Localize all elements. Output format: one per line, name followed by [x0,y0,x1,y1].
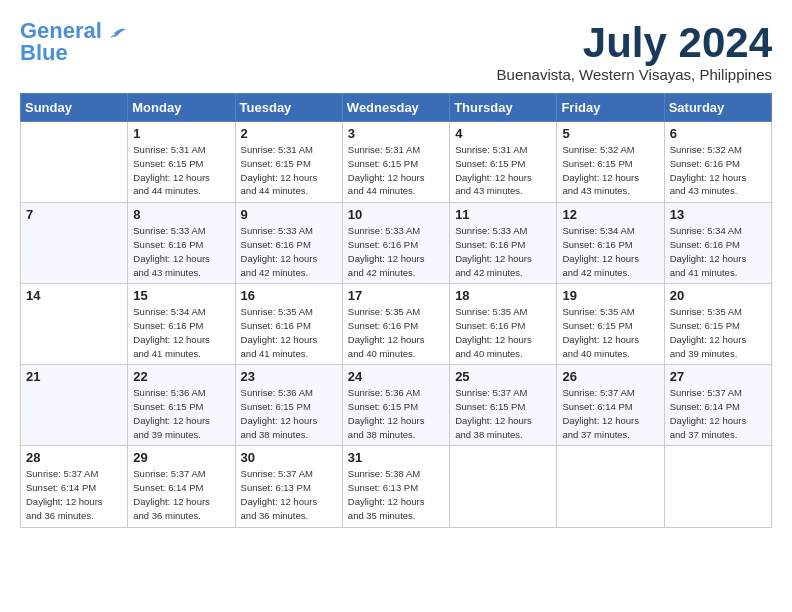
calendar-cell: 1Sunrise: 5:31 AM Sunset: 6:15 PM Daylig… [128,122,235,203]
day-number: 30 [241,450,337,465]
day-number: 14 [26,288,122,303]
logo-text: GeneralBlue [20,20,102,64]
weekday-header-tuesday: Tuesday [235,94,342,122]
calendar-cell: 22Sunrise: 5:36 AM Sunset: 6:15 PM Dayli… [128,365,235,446]
day-info: Sunrise: 5:37 AM Sunset: 6:15 PM Dayligh… [455,386,551,441]
day-info: Sunrise: 5:32 AM Sunset: 6:16 PM Dayligh… [670,143,766,198]
day-info: Sunrise: 5:33 AM Sunset: 6:16 PM Dayligh… [455,224,551,279]
day-number: 27 [670,369,766,384]
day-number: 19 [562,288,658,303]
title-block: July 2024 Buenavista, Western Visayas, P… [497,20,772,83]
day-info: Sunrise: 5:35 AM Sunset: 6:15 PM Dayligh… [562,305,658,360]
calendar-cell [664,446,771,527]
day-info: Sunrise: 5:34 AM Sunset: 6:16 PM Dayligh… [133,305,229,360]
day-number: 18 [455,288,551,303]
day-info: Sunrise: 5:37 AM Sunset: 6:14 PM Dayligh… [562,386,658,441]
calendar-cell: 23Sunrise: 5:36 AM Sunset: 6:15 PM Dayli… [235,365,342,446]
day-number: 21 [26,369,122,384]
day-number: 1 [133,126,229,141]
day-number: 20 [670,288,766,303]
calendar-cell [450,446,557,527]
calendar-header-row: SundayMondayTuesdayWednesdayThursdayFrid… [21,94,772,122]
weekday-header-wednesday: Wednesday [342,94,449,122]
calendar-cell: 11Sunrise: 5:33 AM Sunset: 6:16 PM Dayli… [450,203,557,284]
day-number: 5 [562,126,658,141]
day-info: Sunrise: 5:36 AM Sunset: 6:15 PM Dayligh… [241,386,337,441]
calendar-cell: 25Sunrise: 5:37 AM Sunset: 6:15 PM Dayli… [450,365,557,446]
day-info: Sunrise: 5:35 AM Sunset: 6:16 PM Dayligh… [455,305,551,360]
day-number: 23 [241,369,337,384]
calendar-cell: 5Sunrise: 5:32 AM Sunset: 6:15 PM Daylig… [557,122,664,203]
calendar-cell: 12Sunrise: 5:34 AM Sunset: 6:16 PM Dayli… [557,203,664,284]
day-number: 28 [26,450,122,465]
page-header: GeneralBlue July 2024 Buenavista, Wester… [20,20,772,83]
calendar-cell: 26Sunrise: 5:37 AM Sunset: 6:14 PM Dayli… [557,365,664,446]
day-info: Sunrise: 5:36 AM Sunset: 6:15 PM Dayligh… [348,386,444,441]
day-number: 9 [241,207,337,222]
day-number: 2 [241,126,337,141]
calendar-week-row: 1415Sunrise: 5:34 AM Sunset: 6:16 PM Day… [21,284,772,365]
day-number: 17 [348,288,444,303]
calendar-cell: 18Sunrise: 5:35 AM Sunset: 6:16 PM Dayli… [450,284,557,365]
calendar-cell [557,446,664,527]
day-info: Sunrise: 5:31 AM Sunset: 6:15 PM Dayligh… [133,143,229,198]
day-number: 26 [562,369,658,384]
day-number: 16 [241,288,337,303]
day-info: Sunrise: 5:37 AM Sunset: 6:14 PM Dayligh… [670,386,766,441]
day-number: 13 [670,207,766,222]
day-info: Sunrise: 5:35 AM Sunset: 6:15 PM Dayligh… [670,305,766,360]
weekday-header-friday: Friday [557,94,664,122]
calendar-cell: 31Sunrise: 5:38 AM Sunset: 6:13 PM Dayli… [342,446,449,527]
calendar-cell: 7 [21,203,128,284]
day-number: 15 [133,288,229,303]
day-info: Sunrise: 5:33 AM Sunset: 6:16 PM Dayligh… [348,224,444,279]
day-info: Sunrise: 5:34 AM Sunset: 6:16 PM Dayligh… [562,224,658,279]
day-info: Sunrise: 5:31 AM Sunset: 6:15 PM Dayligh… [348,143,444,198]
calendar-cell: 8Sunrise: 5:33 AM Sunset: 6:16 PM Daylig… [128,203,235,284]
day-info: Sunrise: 5:36 AM Sunset: 6:15 PM Dayligh… [133,386,229,441]
day-number: 6 [670,126,766,141]
calendar-cell: 30Sunrise: 5:37 AM Sunset: 6:13 PM Dayli… [235,446,342,527]
day-info: Sunrise: 5:33 AM Sunset: 6:16 PM Dayligh… [241,224,337,279]
day-number: 8 [133,207,229,222]
calendar-cell: 27Sunrise: 5:37 AM Sunset: 6:14 PM Dayli… [664,365,771,446]
day-number: 7 [26,207,122,222]
calendar-week-row: 2122Sunrise: 5:36 AM Sunset: 6:15 PM Day… [21,365,772,446]
weekday-header-monday: Monday [128,94,235,122]
calendar-body: 1Sunrise: 5:31 AM Sunset: 6:15 PM Daylig… [21,122,772,527]
day-number: 24 [348,369,444,384]
calendar-cell: 17Sunrise: 5:35 AM Sunset: 6:16 PM Dayli… [342,284,449,365]
calendar-week-row: 28Sunrise: 5:37 AM Sunset: 6:14 PM Dayli… [21,446,772,527]
calendar-cell [21,122,128,203]
day-info: Sunrise: 5:31 AM Sunset: 6:15 PM Dayligh… [241,143,337,198]
calendar-cell: 29Sunrise: 5:37 AM Sunset: 6:14 PM Dayli… [128,446,235,527]
calendar-cell: 2Sunrise: 5:31 AM Sunset: 6:15 PM Daylig… [235,122,342,203]
calendar-cell: 20Sunrise: 5:35 AM Sunset: 6:15 PM Dayli… [664,284,771,365]
day-info: Sunrise: 5:31 AM Sunset: 6:15 PM Dayligh… [455,143,551,198]
day-info: Sunrise: 5:33 AM Sunset: 6:16 PM Dayligh… [133,224,229,279]
weekday-header-saturday: Saturday [664,94,771,122]
location-subtitle: Buenavista, Western Visayas, Philippines [497,66,772,83]
calendar-week-row: 78Sunrise: 5:33 AM Sunset: 6:16 PM Dayli… [21,203,772,284]
calendar-cell: 3Sunrise: 5:31 AM Sunset: 6:15 PM Daylig… [342,122,449,203]
calendar-cell: 4Sunrise: 5:31 AM Sunset: 6:15 PM Daylig… [450,122,557,203]
calendar-cell: 21 [21,365,128,446]
calendar-cell: 24Sunrise: 5:36 AM Sunset: 6:15 PM Dayli… [342,365,449,446]
calendar-cell: 28Sunrise: 5:37 AM Sunset: 6:14 PM Dayli… [21,446,128,527]
logo-bird-icon [104,26,126,48]
calendar-cell: 9Sunrise: 5:33 AM Sunset: 6:16 PM Daylig… [235,203,342,284]
day-number: 22 [133,369,229,384]
day-number: 25 [455,369,551,384]
day-info: Sunrise: 5:38 AM Sunset: 6:13 PM Dayligh… [348,467,444,522]
day-number: 10 [348,207,444,222]
calendar-cell: 19Sunrise: 5:35 AM Sunset: 6:15 PM Dayli… [557,284,664,365]
day-number: 4 [455,126,551,141]
day-info: Sunrise: 5:32 AM Sunset: 6:15 PM Dayligh… [562,143,658,198]
calendar-table: SundayMondayTuesdayWednesdayThursdayFrid… [20,93,772,527]
day-number: 11 [455,207,551,222]
calendar-cell: 10Sunrise: 5:33 AM Sunset: 6:16 PM Dayli… [342,203,449,284]
calendar-cell: 16Sunrise: 5:35 AM Sunset: 6:16 PM Dayli… [235,284,342,365]
weekday-header-thursday: Thursday [450,94,557,122]
day-info: Sunrise: 5:34 AM Sunset: 6:16 PM Dayligh… [670,224,766,279]
weekday-header-sunday: Sunday [21,94,128,122]
